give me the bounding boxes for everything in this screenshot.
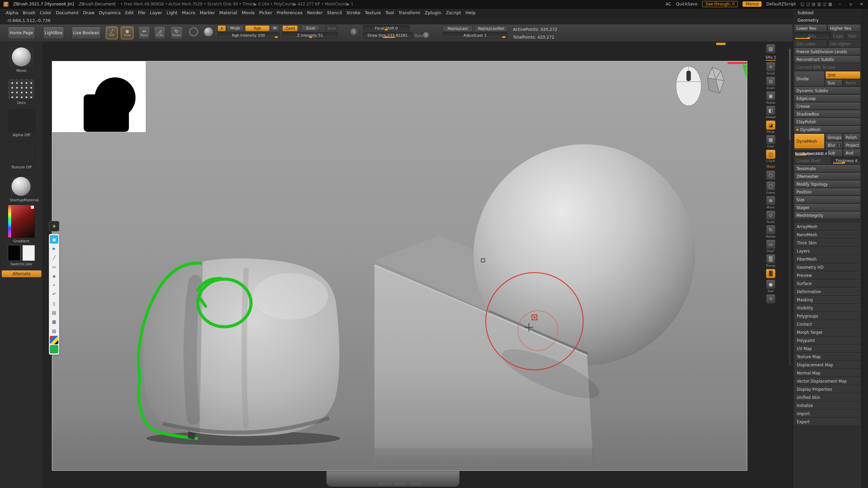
section-thick-skin[interactable]: Thick Skin <box>794 239 861 247</box>
section-fibermesh[interactable]: FiberMesh <box>794 256 861 263</box>
zoom-tool-icon[interactable]: ◎Zoom <box>765 77 776 90</box>
interface-layout-icon[interactable]: ▦ <box>828 2 832 6</box>
undo-icon[interactable]: ↶ <box>50 290 58 299</box>
persp-icon[interactable]: ◪Persp <box>765 120 776 134</box>
menu-file[interactable]: File <box>138 10 145 15</box>
button-reuv[interactable]: ReUV <box>843 80 861 86</box>
menu-document[interactable]: Document <box>56 10 78 15</box>
alpha-channel-chip[interactable]: A <box>218 25 226 31</box>
floor-grid-icon[interactable]: ▦Floor <box>765 135 776 148</box>
menu-color[interactable]: Color <box>40 10 51 15</box>
minimize-button[interactable]: – <box>837 2 843 6</box>
polyframe-icon[interactable]: ▭PolyF <box>765 240 776 253</box>
section-preview[interactable]: Preview <box>794 272 861 279</box>
scale-gizmo-icon[interactable]: ◇Scale <box>765 210 776 224</box>
interface-layout-icon[interactable]: ▤ <box>812 2 815 6</box>
menu-picker[interactable]: Picker <box>259 10 272 15</box>
button-divide[interactable]: Divide <box>794 72 825 86</box>
menu-transform[interactable]: Transform <box>398 10 420 15</box>
scrollbar-segment[interactable] <box>409 483 422 485</box>
slider-notch[interactable] <box>385 29 388 30</box>
rotate-gizmo-icon[interactable]: ↻Rotate <box>765 225 776 238</box>
interface-layout-icon[interactable]: ▥ <box>817 2 821 6</box>
button-suv[interactable]: Suv <box>825 80 843 86</box>
button-dynamesh[interactable]: DynaMesh <box>794 134 825 149</box>
section-visibility[interactable]: Visibility <box>794 304 861 312</box>
pen-icon[interactable]: ╱ <box>50 253 58 262</box>
green-pen-swatch[interactable] <box>50 345 58 353</box>
button-rstr[interactable]: Rstr <box>846 33 861 40</box>
section-display-properties[interactable]: Display Properties <box>794 386 861 393</box>
section-displacement-map[interactable]: Displacement Map <box>794 361 861 369</box>
section-vector-displacement-map[interactable]: Vector Displacement Map <box>794 378 861 385</box>
scale-button[interactable]: ◿ Scale <box>154 26 165 39</box>
actual-size-icon[interactable]: ▣Actual <box>765 91 776 104</box>
solo-icon[interactable]: ●Solo <box>765 280 776 293</box>
see-through-slider[interactable]: See-through: 0 <box>702 1 738 7</box>
menu-dynamics[interactable]: Dynamics <box>99 10 121 15</box>
slider-notch[interactable] <box>309 36 312 38</box>
menu-material[interactable]: Material <box>219 10 237 15</box>
zsub-chip[interactable]: Zsub <box>302 25 319 31</box>
slider-notch[interactable] <box>384 36 388 38</box>
image-icon[interactable]: ▦ <box>50 318 58 326</box>
panel-vertical-scrollbar[interactable] <box>789 47 791 366</box>
scrollbar-segment[interactable] <box>394 483 407 485</box>
local-symmetry-icon[interactable]: ◫L.Sym <box>765 149 776 163</box>
section-polygroups[interactable]: Polygroups <box>794 312 861 320</box>
section-normal-map[interactable]: Normal Map <box>794 369 861 377</box>
button-meshintegrity[interactable]: MeshIntegrity <box>794 212 861 219</box>
geometry-palette-header[interactable]: Geometry <box>794 17 861 24</box>
slider-notch[interactable] <box>275 36 278 38</box>
menu-macro[interactable]: Macro <box>182 10 195 15</box>
slider-sdiv[interactable]: SDiv <box>794 33 830 40</box>
menu-zplugin[interactable]: Zplugin <box>425 10 441 15</box>
subtool-palette-header[interactable]: Subtool <box>794 9 861 17</box>
button-zremesher[interactable]: ZRemesher <box>794 173 861 180</box>
menu-draw[interactable]: Draw <box>83 10 95 15</box>
gradient-thumbnail[interactable] <box>8 205 35 238</box>
transparency-icon[interactable]: ▒Transp <box>765 254 776 267</box>
interface-layout-icon[interactable]: ◫ <box>823 2 826 6</box>
color-palette-swatch[interactable] <box>50 336 58 344</box>
draw-button[interactable]: ◉ Draw <box>121 26 134 39</box>
section-surface[interactable]: Surface <box>794 280 861 287</box>
button-tessimate[interactable]: Tessimate <box>794 165 861 172</box>
menu-movie[interactable]: Movie <box>242 10 255 15</box>
tag-icon[interactable]: ◈ <box>50 272 58 280</box>
section-initialize[interactable]: Initialize <box>794 402 861 409</box>
move-button[interactable]: ↔ Move <box>138 26 150 39</box>
menu-layer[interactable]: Layer <box>150 10 162 15</box>
menu-help[interactable]: Help <box>466 10 476 15</box>
section-deformation[interactable]: Deformation <box>794 288 861 296</box>
button-convert-bpr-to-geo[interactable]: Convert BPR To Geo <box>794 64 861 71</box>
section-import[interactable]: Import <box>794 410 861 418</box>
section-nanomesh[interactable]: NanoMesh <box>794 231 861 239</box>
button-polish[interactable]: Polish <box>843 134 861 141</box>
replay-last-button[interactable]: ReplayLast <box>443 25 473 32</box>
quicksave-button[interactable]: QuickSave <box>676 2 697 6</box>
stroke-preview-icon[interactable] <box>189 27 198 36</box>
button-del-higher[interactable]: Del Higher <box>828 40 861 47</box>
secondary-color-swatch[interactable] <box>22 245 35 261</box>
close-button[interactable]: ✕ <box>859 2 865 6</box>
button-dynamic-subdiv[interactable]: Dynamic Subdiv <box>794 87 861 94</box>
canvas-horizontal-scrollbar[interactable] <box>378 483 422 485</box>
printer-icon[interactable]: ▤ <box>50 308 58 317</box>
rgb-chip[interactable]: Rgb <box>245 25 270 31</box>
section-uv-map[interactable]: UV Map <box>794 345 861 352</box>
button-and[interactable]: And <box>843 149 861 157</box>
button-reconstruct-subdiv[interactable]: Reconstruct Subdiv <box>794 56 861 63</box>
menu-texture[interactable]: Texture <box>365 10 381 15</box>
menu-render[interactable]: Render <box>307 10 322 15</box>
button-lower-res[interactable]: Lower Res <box>794 25 827 32</box>
dots-thumbnail[interactable] <box>8 79 35 100</box>
move-thumbnail[interactable] <box>8 46 35 67</box>
interface-layout-icon[interactable]: ◲ <box>806 2 810 6</box>
live-boolean-button[interactable]: Live Boolean <box>72 27 101 39</box>
slider-notch[interactable] <box>502 36 505 38</box>
section-layers[interactable]: Layers <box>794 247 861 255</box>
button-shadowbox[interactable]: ShadowBox <box>794 110 861 118</box>
button-create-shell[interactable]: Create Shell <box>794 157 831 164</box>
rectangle-icon[interactable]: ▭ <box>50 263 58 271</box>
